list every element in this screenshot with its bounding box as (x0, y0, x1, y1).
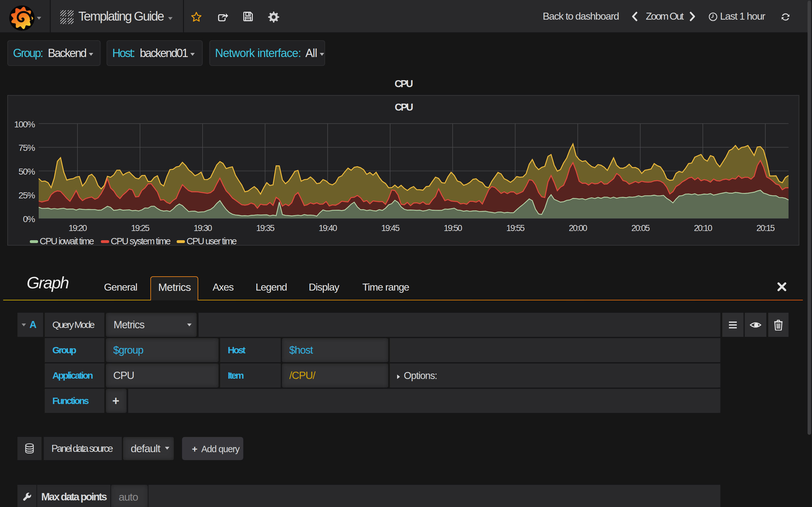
svg-text:20:15: 20:15 (757, 223, 774, 233)
svg-text:25%: 25% (18, 190, 35, 200)
svg-text:50%: 50% (18, 167, 35, 176)
svg-text:19:30: 19:30 (194, 223, 212, 233)
svg-text:19:25: 19:25 (131, 223, 149, 233)
svg-text:CPU: CPU (395, 102, 413, 113)
svg-text:19:55: 19:55 (506, 223, 524, 233)
svg-text:75%: 75% (18, 143, 35, 153)
svg-text:19:20: 19:20 (68, 223, 87, 233)
svg-text:19:35: 19:35 (256, 223, 274, 233)
svg-text:20:05: 20:05 (631, 223, 650, 233)
svg-text:19:45: 19:45 (381, 223, 399, 233)
svg-text:100%: 100% (14, 119, 35, 129)
svg-text:19:40: 19:40 (319, 223, 337, 233)
svg-text:20:00: 20:00 (569, 223, 587, 233)
svg-text:20:10: 20:10 (694, 223, 712, 233)
svg-text:0%: 0% (23, 214, 35, 224)
svg-text:19:50: 19:50 (444, 223, 462, 233)
